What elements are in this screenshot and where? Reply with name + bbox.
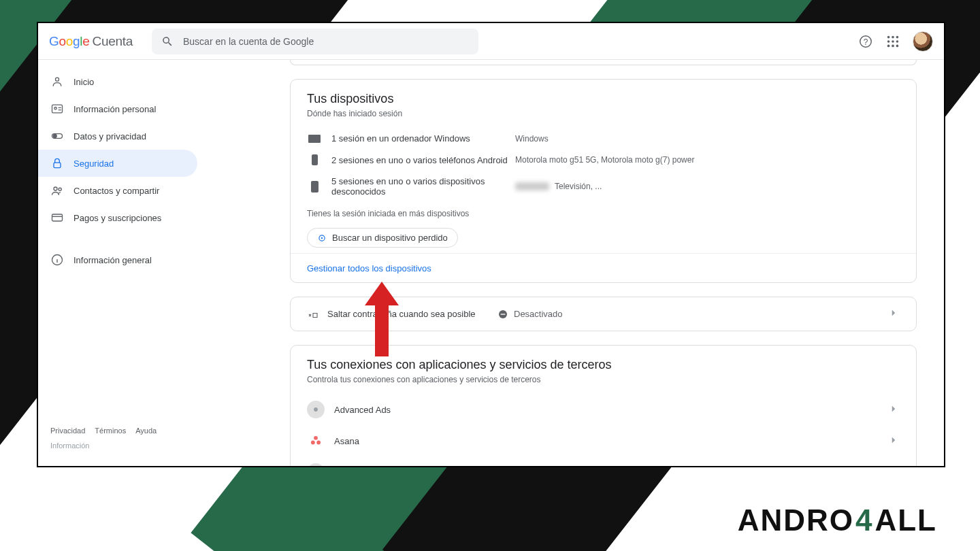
find-device-label: Buscar un dispositivo perdido: [332, 233, 448, 243]
connection-item[interactable]: Asana: [291, 425, 916, 456]
sidebar-item-security[interactable]: Seguridad: [38, 150, 197, 177]
footer-links: Privacidad Términos Ayuda: [38, 427, 215, 439]
desktop-icon: [307, 135, 322, 143]
svg-point-11: [56, 78, 59, 81]
svg-point-22: [321, 237, 323, 238]
device-text: 1 sesión en un ordenador Windows: [331, 133, 515, 144]
search-placeholder: Buscar en la cuenta de Google: [183, 36, 314, 47]
help-icon[interactable]: ?: [858, 34, 873, 49]
sidebar-item-contacts[interactable]: Contactos y compartir: [38, 177, 197, 204]
google-account-logo[interactable]: Google Cuenta: [49, 34, 133, 49]
app-window: Google Cuenta Buscar en la cuenta de Goo…: [37, 22, 945, 467]
avatar[interactable]: [913, 31, 933, 52]
skip-password-icon: [307, 308, 319, 320]
skip-password-status: Desactivado: [497, 309, 563, 320]
asana-icon: [307, 432, 325, 450]
chevron-right-icon: [887, 403, 900, 417]
id-card-icon: [50, 102, 64, 116]
device-info: Motorola moto g51 5G, Motorola moto g(7)…: [515, 155, 694, 165]
disabled-icon: [497, 309, 508, 320]
sidebar-item-privacy[interactable]: Datos y privacidad: [38, 122, 197, 150]
sidebar-item-label: Seguridad: [74, 158, 114, 169]
card-cutoff: [290, 60, 917, 65]
sidebar-item-personal[interactable]: Información personal: [38, 95, 197, 122]
topbar: Google Cuenta Buscar en la cuenta de Goo…: [38, 23, 944, 60]
lock-icon: [50, 156, 64, 170]
svg-point-5: [887, 40, 890, 43]
footer-help[interactable]: Ayuda: [135, 427, 157, 435]
svg-point-25: [314, 407, 318, 412]
device-text: 2 sesiones en uno o varios teléfonos And…: [331, 155, 515, 165]
footer-privacy[interactable]: Privacidad: [50, 427, 85, 435]
footer-info: Información: [38, 439, 215, 458]
sidebar-item-info[interactable]: Información general: [38, 246, 197, 273]
device-row[interactable]: 2 sesiones en uno o varios teléfonos And…: [307, 149, 900, 171]
svg-point-8: [887, 44, 890, 47]
svg-point-7: [896, 40, 899, 43]
connection-item[interactable]: Atlassian: [291, 456, 916, 466]
device-row[interactable]: 5 sesiones en uno o varios dispositivos …: [307, 171, 900, 202]
device-text: 5 sesiones en uno o varios dispositivos …: [331, 176, 515, 197]
svg-rect-19: [52, 214, 63, 221]
connections-subtitle: Controla tus conexiones con aplicaciones…: [307, 375, 900, 384]
svg-point-15: [53, 135, 56, 138]
svg-point-6: [892, 40, 894, 43]
devices-card: Tus dispositivos Dónde has iniciado sesi…: [290, 79, 917, 283]
chevron-right-icon: [887, 307, 900, 321]
skip-password-card[interactable]: Saltar contraseña cuando sea posible Des…: [290, 297, 917, 331]
svg-point-26: [314, 436, 318, 440]
svg-point-10: [896, 44, 899, 47]
chevron-right-icon: [887, 465, 900, 467]
people-icon: [50, 184, 64, 197]
phone-icon: [307, 154, 322, 165]
svg-point-28: [316, 441, 321, 445]
main-content: Tus dispositivos Dónde has iniciado sesi…: [215, 60, 944, 466]
connection-name: Advanced Ads: [334, 405, 391, 415]
connections-card: Tus conexiones con aplicaciones y servic…: [290, 345, 917, 466]
card-icon: [50, 211, 64, 224]
home-icon: [50, 75, 64, 88]
unknown-device-icon: [307, 181, 322, 193]
footer-terms[interactable]: Términos: [95, 427, 126, 435]
svg-rect-24: [501, 314, 506, 314]
redacted: [515, 182, 549, 190]
logo-suffix: Cuenta: [93, 34, 133, 49]
svg-rect-12: [52, 105, 63, 113]
sidebar-item-inicio[interactable]: Inicio: [38, 68, 197, 95]
sidebar-item-label: Datos y privacidad: [74, 131, 146, 141]
app-icon: [307, 401, 325, 418]
svg-point-27: [311, 441, 315, 445]
sidebar-item-label: Inicio: [74, 77, 94, 87]
sidebar-item-label: Pagos y suscripciones: [74, 213, 161, 223]
chevron-right-icon: [887, 434, 900, 448]
apps-grid-icon[interactable]: [885, 34, 900, 49]
connection-name: Asana: [334, 436, 359, 446]
devices-title: Tus dispositivos: [307, 92, 900, 106]
svg-point-3: [892, 35, 894, 38]
search-input[interactable]: Buscar en la cuenta de Google: [152, 29, 478, 54]
find-device-button[interactable]: Buscar un dispositivo perdido: [307, 228, 458, 248]
svg-rect-16: [54, 163, 61, 168]
target-icon: [317, 233, 327, 243]
sidebar-item-payments[interactable]: Pagos y suscripciones: [38, 204, 197, 231]
skip-password-label: Saltar contraseña cuando sea posible: [327, 309, 476, 319]
svg-point-2: [887, 35, 890, 38]
devices-note: Tienes la sesión iniciada en más disposi…: [307, 209, 900, 218]
sidebar-item-label: Información personal: [74, 104, 156, 114]
andro4all-logo: ANDRO4ALL: [738, 503, 937, 537]
svg-point-18: [59, 188, 61, 190]
svg-point-9: [892, 44, 894, 47]
atlassian-icon: [307, 463, 325, 466]
device-row[interactable]: 1 sesión en un ordenador Windows Windows: [307, 128, 900, 149]
sidebar-item-label: Información general: [74, 255, 152, 265]
manage-devices-link[interactable]: Gestionar todos los dispositivos: [307, 263, 431, 273]
connection-item[interactable]: Advanced Ads: [291, 394, 916, 425]
search-icon: [161, 35, 174, 48]
svg-text:?: ?: [864, 37, 868, 46]
google-logo: Google: [49, 34, 90, 49]
sidebar: Inicio Información personal Datos y priv…: [38, 60, 215, 466]
connections-title: Tus conexiones con aplicaciones y servic…: [307, 358, 900, 372]
top-icons: ?: [858, 31, 933, 52]
svg-point-17: [54, 187, 57, 190]
device-info: Televisión, ...: [515, 182, 602, 191]
